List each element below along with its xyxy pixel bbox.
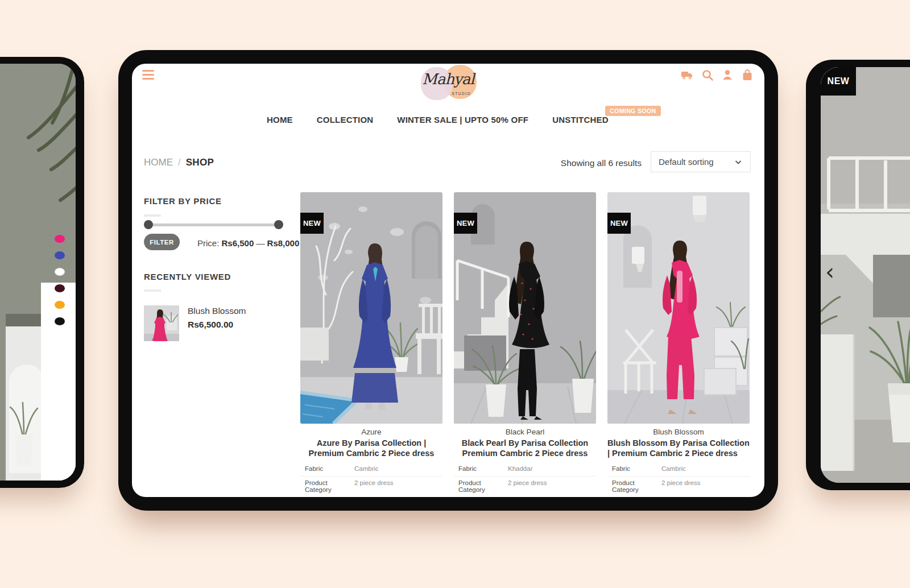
product-photo[interactable]: NEW	[454, 192, 596, 424]
breadcrumb-separator: /	[178, 157, 181, 168]
attr-label: Product Category	[612, 479, 661, 493]
recently-viewed-title: RECENTLY VIEWED	[144, 272, 231, 281]
recently-viewed-thumbnail[interactable]	[144, 305, 179, 341]
product-title[interactable]: Black Pearl By Parisa Collection Premium…	[454, 438, 596, 458]
product-photo[interactable]: NEW	[300, 192, 442, 424]
color-swatch-amber[interactable]	[55, 301, 65, 309]
shop-page: Mahyal STUDIO	[132, 64, 764, 497]
nav-item-unstitched[interactable]: UNSTITCHED COMING SOON	[552, 115, 609, 125]
attr-value: Cambric	[661, 465, 686, 472]
nav-item-winter-sale[interactable]: WINTER SALE | UPTO 50% OFF	[397, 115, 528, 125]
product-category-name: Black Pearl	[454, 428, 596, 436]
price-range-text: Price: Rs6,500 — Rs8,000	[197, 238, 299, 248]
price-min: Rs6,500	[222, 238, 254, 248]
sort-selected-value: Default sorting	[659, 157, 714, 167]
product-attributes: Fabric Cambric Product Category 2 piece …	[607, 462, 750, 497]
results-count: Showing all 6 results	[561, 158, 642, 168]
store-logo[interactable]: Mahyal STUDIO	[419, 64, 478, 101]
product-title[interactable]: Azure By Parisa Collection | Premium Cam…	[300, 438, 442, 458]
breadcrumb-current: SHOP	[186, 157, 214, 168]
recently-viewed-price: Rs6,500.00	[188, 320, 233, 330]
attr-label: Fabric	[458, 465, 508, 472]
new-badge: NEW	[821, 67, 856, 96]
color-swatch-white[interactable]	[55, 268, 65, 276]
attr-label: Fabric	[612, 465, 661, 472]
chevron-down-icon	[734, 158, 743, 167]
product-attributes: Fabric Khaddar Product Category 2 piece …	[454, 462, 596, 497]
color-swatch-blue[interactable]	[55, 251, 65, 259]
page-background: NEW ‹ Mahyal STUDIO	[0, 0, 910, 588]
recently-viewed-name[interactable]: Blush Blossom	[188, 306, 246, 316]
coming-soon-badge: COMING SOON	[605, 106, 660, 116]
new-badge: NEW	[300, 213, 324, 234]
attr-row: Fabric Khaddar	[454, 462, 596, 477]
attr-value: 2 piece dress	[354, 479, 393, 493]
color-swatch-black[interactable]	[55, 317, 65, 325]
shopping-bag-icon[interactable]	[741, 68, 754, 82]
attr-value: Cambric	[354, 465, 379, 472]
slider-track	[148, 223, 279, 226]
carousel-prev-icon[interactable]: ‹	[825, 260, 834, 283]
title-underline	[144, 214, 161, 217]
product-category-name: Azure	[300, 428, 442, 436]
right-phone-frame: NEW ‹	[806, 60, 910, 490]
product-card-blush-blossom: NEW Blush Blossom Blush Blossom By Paris…	[607, 192, 750, 497]
attr-row: Fabric Cambric	[607, 462, 750, 477]
price-label: Price:	[197, 238, 219, 248]
slider-handle-min[interactable]	[144, 220, 153, 229]
color-swatch-panel	[41, 283, 76, 481]
tablet-frame: Mahyal STUDIO	[118, 50, 778, 511]
hamburger-menu-icon[interactable]	[142, 70, 154, 80]
attr-label: Product Category	[305, 479, 354, 493]
search-icon[interactable]	[701, 68, 714, 82]
slider-handle-max[interactable]	[274, 220, 283, 229]
nav-item-collection[interactable]: COLLECTION	[317, 115, 374, 125]
price-max: Rs8,000	[267, 238, 300, 248]
color-swatch-maroon[interactable]	[55, 284, 65, 292]
price-range-slider	[144, 220, 283, 230]
attr-label: Fabric	[305, 465, 354, 472]
attr-value: Khaddar	[508, 465, 532, 472]
right-phone-screen: NEW ‹	[821, 67, 910, 483]
sort-dropdown[interactable]: Default sorting	[651, 151, 751, 172]
price-separator: —	[256, 238, 264, 248]
left-phone-screen	[0, 64, 76, 481]
logo-text: Mahyal	[419, 71, 478, 88]
product-card-black-pearl: NEW Black Pearl Black Pearl By Parisa Co…	[454, 192, 596, 497]
attr-row: Fabric Cambric	[300, 462, 442, 477]
main-nav: HOME COLLECTION WINTER SALE | UPTO 50% O…	[267, 115, 609, 125]
attr-row: Product Category 2 piece dress	[300, 477, 442, 497]
attr-row: Product Category 2 piece dress	[607, 477, 750, 497]
product-title[interactable]: Blush Blossom By Parisa Collection | Pre…	[607, 438, 750, 458]
delivery-truck-icon[interactable]	[681, 68, 694, 82]
filter-button[interactable]: FILTER	[144, 234, 180, 250]
new-badge: NEW	[454, 213, 477, 234]
left-phone-frame	[0, 57, 84, 488]
product-category-name: Blush Blossom	[607, 428, 750, 436]
attr-value: 2 piece dress	[661, 479, 700, 493]
user-account-icon[interactable]	[721, 68, 734, 82]
breadcrumb: HOME/SHOP	[144, 157, 214, 168]
product-photo[interactable]: NEW	[607, 192, 750, 424]
attr-row: Product Category 2 piece dress	[454, 477, 596, 497]
attr-label: Product Category	[458, 479, 508, 493]
attr-value: 2 piece dress	[508, 479, 547, 493]
new-badge: NEW	[607, 213, 631, 234]
filter-by-price-title: FILTER BY PRICE	[144, 196, 222, 206]
product-card-azure: NEW Azure Azure By Parisa Collection | P…	[300, 192, 442, 497]
nav-item-home[interactable]: HOME	[267, 115, 293, 125]
nav-item-label: UNSTITCHED	[552, 115, 609, 125]
title-underline	[144, 289, 161, 292]
product-attributes: Fabric Cambric Product Category 2 piece …	[300, 462, 442, 497]
logo-subtext: STUDIO	[452, 92, 471, 96]
breadcrumb-home[interactable]: HOME	[144, 157, 173, 168]
color-swatch-pink[interactable]	[55, 235, 65, 243]
